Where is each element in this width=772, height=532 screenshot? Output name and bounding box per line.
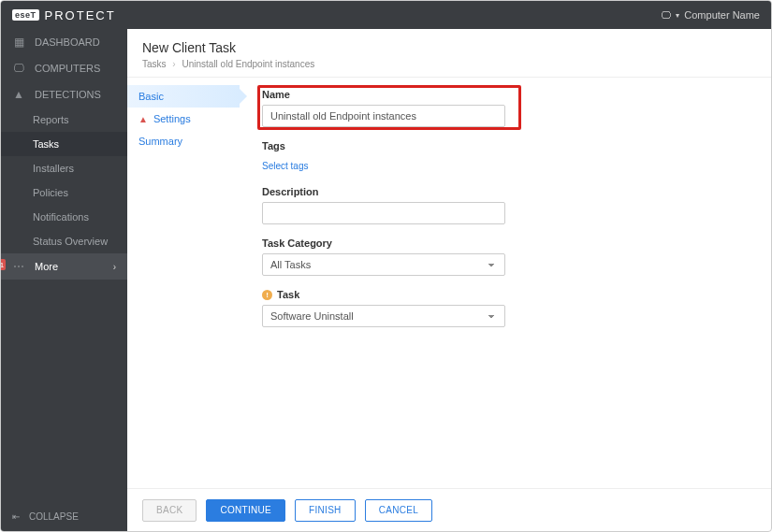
field-name: Name [262,89,505,127]
task-select[interactable]: Software Uninstall [262,305,505,327]
task-label: ! Task [262,289,505,300]
topbar: eseT PROTECT 🖵 ▾ Computer Name [1,1,771,29]
warning-icon: ▲ [138,114,148,124]
task-label-text: Task [277,289,299,300]
step-summary[interactable]: Summary [127,130,240,152]
wizard-footer: BACK CONTINUE FINISH CANCEL [127,488,771,531]
breadcrumb-root[interactable]: Tasks [142,59,167,69]
brand-name: PROTECT [45,8,116,22]
sidebar-item-tasks[interactable]: Tasks [1,132,127,156]
detections-icon: ▲ [12,88,25,101]
breadcrumb-current: Uninstall old Endpoint instances [182,59,314,69]
collapse-label: COLLAPSE [29,511,79,522]
computer-name-label: Computer Name [684,9,760,21]
page-title: New Client Task [142,40,756,55]
warning-dot-icon: ! [262,290,272,300]
sidebar-item-more[interactable]: 1 ⋯ More › [1,253,127,280]
sidebar-item-status-overview[interactable]: Status Overview [1,229,127,253]
step-label: Summary [138,136,228,147]
sidebar-collapse[interactable]: ⇤ COLLAPSE [1,502,127,531]
chevron-right-icon: › [113,262,116,272]
sidebar-nav: ▦ DASHBOARD 🖵 COMPUTERS ▲ DETECTIONS Rep… [1,29,127,502]
sidebar-item-label: Tasks [33,138,59,150]
name-label: Name [262,89,505,100]
continue-button[interactable]: CONTINUE [206,499,285,522]
computer-name-dropdown[interactable]: 🖵 ▾ Computer Name [661,9,760,21]
chevron-down-icon: ▾ [676,11,679,20]
field-description: Description [262,186,505,224]
task-category-label: Task Category [262,237,505,249]
tags-label: Tags [262,140,505,151]
sidebar-item-computers[interactable]: 🖵 COMPUTERS [1,55,127,81]
logo-badge: eseT [12,9,39,21]
sidebar-item-notifications[interactable]: Notifications [1,205,127,229]
sidebar-item-label: Policies [33,187,68,198]
sidebar: ▦ DASHBOARD 🖵 COMPUTERS ▲ DETECTIONS Rep… [1,29,127,531]
form-area: Name Tags Select tags Description Task C… [240,78,771,488]
more-icon: ⋯ [12,260,25,273]
monitor-icon: 🖵 [661,9,671,21]
sidebar-item-label: More [35,261,58,272]
finish-button[interactable]: FINISH [295,499,356,522]
sidebar-item-label: COMPUTERS [35,63,100,74]
select-tags-link[interactable]: Select tags [262,161,308,171]
step-label: Settings [153,113,228,124]
sidebar-item-reports[interactable]: Reports [1,108,127,132]
sidebar-item-label: Notifications [33,211,89,223]
step-settings[interactable]: ▲ Settings [127,108,240,130]
sidebar-item-label: Installers [33,163,74,174]
body-row: Basic ▲ Settings Summary Name Tags Selec… [127,77,771,488]
name-input[interactable] [262,105,505,127]
back-button[interactable]: BACK [142,499,197,522]
sidebar-item-label: DETECTIONS [35,89,101,100]
description-input[interactable] [262,202,505,224]
field-tags: Tags Select tags [262,140,505,173]
description-label: Description [262,186,505,197]
content-header: New Client Task Tasks › Uninstall old En… [127,29,771,77]
sidebar-item-label: Reports [33,114,69,125]
task-category-select[interactable]: All Tasks [262,253,505,276]
wizard-steps: Basic ▲ Settings Summary [127,78,240,488]
sidebar-item-installers[interactable]: Installers [1,156,127,180]
breadcrumb: Tasks › Uninstall old Endpoint instances [142,59,756,69]
sidebar-item-policies[interactable]: Policies [1,180,127,205]
step-basic[interactable]: Basic [127,85,240,108]
field-task: ! Task Software Uninstall [262,289,505,327]
step-label: Basic [138,91,228,102]
collapse-icon: ⇤ [12,511,20,522]
more-badge: 1 [1,259,6,270]
dashboard-icon: ▦ [12,36,25,49]
content: New Client Task Tasks › Uninstall old En… [127,29,771,531]
sidebar-item-dashboard[interactable]: ▦ DASHBOARD [1,29,127,55]
sidebar-item-label: DASHBOARD [35,36,100,48]
breadcrumb-sep: › [172,59,175,69]
sidebar-item-label: Status Overview [33,236,108,247]
brand: eseT PROTECT [12,8,116,22]
field-task-category: Task Category All Tasks [262,237,505,276]
sidebar-item-detections[interactable]: ▲ DETECTIONS [1,81,127,108]
computers-icon: 🖵 [12,62,25,75]
cancel-button[interactable]: CANCEL [365,499,432,522]
